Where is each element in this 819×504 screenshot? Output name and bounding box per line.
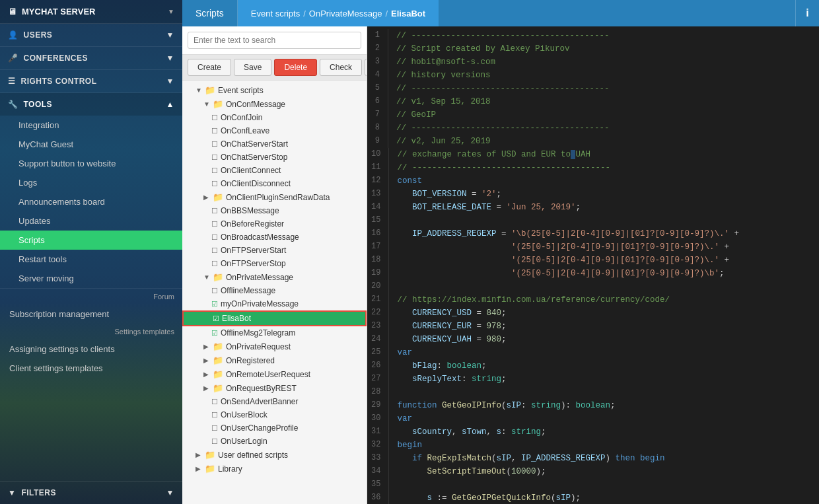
sidebar-item-mychat-guest[interactable]: MyChat Guest [0,135,182,154]
tree-label: OnFTPServerStart [221,246,286,255]
file-icon: ☐ [211,398,218,406]
rights-control-icon: ☰ [8,77,16,86]
tree-label: OfflineMsg2Telegram [221,328,295,338]
sidebar-item-integration[interactable]: Integration [0,116,182,135]
code-line: 1 // -----------------------------------… [367,29,819,42]
list-item[interactable]: ☐ OnConfLeave [182,124,367,137]
tree-label: OnBBSMessage [221,206,279,215]
tree-node-onrequestbyrest[interactable]: ▶ 📁 OnRequestByREST [182,381,367,395]
list-item[interactable]: ▶ 📁 OnClientPluginSendRawData [182,190,367,204]
list-item[interactable]: ☐ OnBBSMessage [182,204,367,217]
tree-label: OnConfLeave [221,126,269,135]
tree-label: OnConfMessage [226,100,285,109]
code-line: 8 // -----------------------------------… [367,122,819,135]
tree-label: Event scripts [218,86,264,95]
list-item[interactable]: ☐ OnBeforeRegister [182,217,367,231]
tree-node-onprivaterequest[interactable]: ▶ 📁 OnPrivateRequest [182,340,367,353]
tree-node-onregistered[interactable]: ▶ 📁 OnRegistered [182,353,367,367]
users-header[interactable]: 👤 USERS ▼ [0,24,182,46]
breadcrumb-part1: Event scripts [251,9,300,18]
sidebar-item-assigning-settings[interactable]: Assigning settings to clients [0,340,182,359]
list-item[interactable]: ☐ OnChatServerStart [182,137,367,151]
file-icon: ☐ [211,437,218,446]
search-input[interactable] [188,32,361,49]
settings-templates-label: Settings templates [0,324,182,340]
file-icon: ☐ [211,180,218,188]
code-line: 30 var [367,412,819,425]
rights-control-chevron-icon: ▼ [166,77,174,86]
sidebar-item-scripts[interactable]: Scripts [0,231,182,250]
tree-label: OnConfJoin [221,113,262,122]
list-item[interactable]: ☐ OnFTPServerStart [182,244,367,257]
conferences-label: CONFERENCES [24,54,89,63]
list-item[interactable]: ☐ OnUserLogin [182,435,367,448]
filters-icon: ▼ [8,488,16,497]
scripts-tab[interactable]: Scripts [182,0,238,26]
rights-control-header[interactable]: ☰ RIGHTS CONTROL ▼ [0,70,182,92]
tree-node-user-defined[interactable]: ▶ 📁 User defined scripts [182,448,367,462]
expand-icon: ▼ [196,87,202,94]
tree-node-library[interactable]: ▶ 📁 Library [182,462,367,476]
tree-label: myOnPrivateMessage [221,299,299,308]
sidebar-item-subscription[interactable]: Subscription management [0,305,182,324]
file-icon: ☐ [211,207,218,215]
sidebar-item-logs[interactable]: Logs [0,173,182,192]
code-line: 22 CURRENCY_USD = 840; [367,306,819,320]
server-header[interactable]: 🖥 MYCHAT SERVER ▼ [0,0,182,24]
file-icon: ☐ [211,233,218,242]
delete-button[interactable]: Delete [274,59,317,76]
sidebar-item-support-button[interactable]: Support button to website [0,154,182,173]
expand-icon: ▶ [203,357,210,364]
create-button[interactable]: Create [188,59,231,76]
sidebar-item-announcements[interactable]: Announcements board [0,192,182,211]
tree-node-elisabot[interactable]: ☑ ElisaBot [182,310,367,326]
main-content: Scripts Event scripts / OnPrivateMessage… [182,0,819,504]
tree-node-onprivatemessage[interactable]: ▼ 📁 OnPrivateMessage [182,270,367,284]
tree-node-onconfmessage[interactable]: ▼ 📁 OnConfMessage [182,97,367,111]
tree-label: OnSendAdvertBanner [221,397,298,406]
sidebar-item-client-settings[interactable]: Client settings templates [0,359,182,378]
list-item[interactable]: ☐ OnConfJoin [182,111,367,124]
tree-label: OnUserLogin [221,437,267,446]
file-icon: ☐ [211,411,218,419]
tree-label: OnPrivateMessage [226,273,293,282]
conferences-header[interactable]: 🎤 CONFERENCES ▼ [0,47,182,69]
code-line: 31 sCountry, sTown, s: string; [367,425,819,439]
list-item[interactable]: ☐ OnClientDisconnect [182,177,367,190]
folder-icon: 📁 [213,383,223,393]
topbar-info-button[interactable]: i [795,0,819,26]
tree-node-onremoteuserrequest[interactable]: ▶ 📁 OnRemoteUserRequest [182,367,367,381]
list-item[interactable]: ☐ OnFTPServerStop [182,257,367,270]
file-icon: ☐ [211,424,218,433]
code-line: 32 begin [367,439,819,452]
filters-header[interactable]: ▼ FILTERS ▼ [0,481,182,504]
tools-header[interactable]: 🔧 TOOLS ▲ [0,93,182,116]
server-chevron-icon: ▼ [168,8,174,15]
list-item[interactable]: ☑ OfflineMsg2Telegram [182,326,367,340]
check-button[interactable]: Check [320,59,362,76]
sidebar-item-restart-tools[interactable]: Restart tools [0,250,182,269]
sidebar-item-server-moving[interactable]: Server moving [0,269,182,288]
code-line: 3 // hobit@nsoft-s.com [367,55,819,69]
file-icon: ☐ [211,220,218,229]
list-item[interactable]: ☐ OnClientConnect [182,164,367,177]
sidebar-item-updates[interactable]: Updates [0,211,182,231]
tree-label: OnChatServerStop [221,153,287,162]
file-icon: ☐ [211,127,218,135]
list-item[interactable]: ☐ OfflineMessage [182,284,367,297]
tree-node-event-scripts[interactable]: ▼ 📁 Event scripts [182,83,367,97]
list-item[interactable]: ☐ OnUserBlock [182,408,367,421]
code-line: 15 [367,214,819,227]
list-item[interactable]: ☐ OnSendAdvertBanner [182,395,367,408]
tree-label: OnFTPServerStop [221,259,286,268]
tools-label: TOOLS [24,100,53,109]
list-item[interactable]: ☑ myOnPrivateMessage [182,297,367,310]
code-line: 2 // Script created by Alexey Pikurov [367,42,819,55]
list-item[interactable]: ☐ OnChatServerStop [182,151,367,164]
code-editor[interactable]: 1 // -----------------------------------… [367,26,819,504]
list-item[interactable]: ☐ OnBroadcastMessage [182,231,367,244]
topbar: Scripts Event scripts / OnPrivateMessage… [182,0,819,26]
save-button[interactable]: Save [234,59,271,76]
list-item[interactable]: ☐ OnUserChangeProfile [182,421,367,435]
sidebar-bottom: ▼ FILTERS ▼ [0,481,182,504]
